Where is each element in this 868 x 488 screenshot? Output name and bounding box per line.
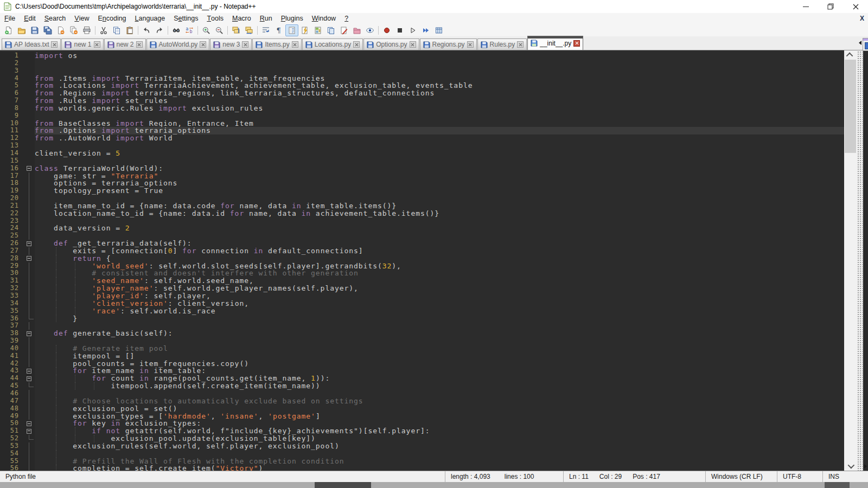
macro-save-button[interactable]	[432, 24, 445, 36]
tab-close-icon[interactable]	[292, 41, 298, 48]
title-bar: C:\Users\Dood\Documents\tmp\Archipelago\…	[0, 0, 868, 13]
new-file-button[interactable]	[2, 24, 15, 36]
paste-button[interactable]	[123, 24, 136, 36]
view-splitter[interactable]	[857, 50, 863, 471]
tab-new-1[interactable]: new 1	[61, 38, 103, 50]
tab-close-icon[interactable]	[410, 41, 416, 48]
code-editor[interactable]: 1import os234from .Items import Terraria…	[0, 50, 844, 471]
menu-edit[interactable]: Edit	[20, 13, 40, 24]
tab-close-icon[interactable]	[573, 40, 580, 47]
vertical-scrollbar[interactable]	[844, 50, 857, 471]
tab-close-icon[interactable]	[51, 41, 58, 48]
indent-guide-line	[75, 300, 75, 307]
menu-language[interactable]: Language	[131, 13, 170, 24]
tab-close-icon[interactable]	[242, 41, 248, 48]
zoom-out-button[interactable]	[213, 24, 226, 36]
redo-button[interactable]	[153, 24, 166, 36]
print-button[interactable]	[80, 24, 93, 36]
macro-play-button[interactable]	[406, 24, 419, 36]
restore-button[interactable]	[818, 0, 843, 13]
open-file-button[interactable]	[15, 24, 28, 36]
fold-collapse-icon[interactable]	[24, 375, 35, 382]
status-lines: lines : 100	[505, 473, 534, 480]
edit-pen-button[interactable]	[337, 24, 350, 36]
fold-collapse-icon[interactable]	[24, 240, 35, 247]
scrollbar-thumb[interactable]	[845, 60, 856, 153]
status-insert-mode[interactable]: INS	[822, 471, 868, 482]
paste-icon	[125, 26, 134, 35]
save-all-button[interactable]	[41, 24, 54, 36]
menu-tools[interactable]: Tools	[202, 13, 228, 24]
document-list-button[interactable]	[324, 24, 337, 36]
close-button[interactable]	[54, 24, 67, 36]
word-wrap-button[interactable]	[259, 24, 272, 36]
tab-new-3[interactable]: new 3	[210, 38, 252, 50]
menu-run[interactable]: Run	[256, 13, 277, 24]
menu-window[interactable]: Window	[308, 13, 340, 24]
tab-close-icon[interactable]	[94, 41, 100, 48]
tab-regions-py[interactable]: Regions.py	[420, 38, 477, 50]
tab-scroll-left-icon[interactable]	[859, 41, 861, 45]
monitoring-button[interactable]	[363, 24, 376, 36]
fold-collapse-icon[interactable]	[24, 367, 35, 375]
tab-new-2[interactable]: new 2	[104, 38, 146, 50]
menu-view[interactable]: View	[70, 13, 93, 24]
tab-rules-py[interactable]: Rules.py	[477, 38, 527, 50]
menu-macro[interactable]: Macro	[228, 13, 256, 24]
tab-close-icon[interactable]	[353, 41, 360, 48]
splitter-arrow-icon[interactable]	[864, 464, 867, 468]
replace-button[interactable]: ab	[183, 24, 196, 36]
indent-guide-button[interactable]	[285, 24, 298, 36]
show-all-characters-button[interactable]: ¶	[272, 24, 285, 36]
fold-collapse-icon[interactable]	[24, 420, 35, 427]
fold-collapse-icon[interactable]	[24, 165, 35, 172]
tab-init-py[interactable]: __init__.py	[527, 36, 583, 50]
close-button[interactable]	[843, 0, 868, 13]
tab-options-py[interactable]: Options.py	[363, 38, 419, 50]
tab-items-py[interactable]: Items.py	[252, 38, 301, 50]
status-encoding[interactable]: UTF-8	[777, 471, 822, 482]
minimize-button[interactable]	[793, 0, 818, 13]
line-number: 36	[0, 315, 24, 323]
cut-button[interactable]	[97, 24, 110, 36]
menu-item[interactable]: ?	[340, 13, 353, 24]
menu-file[interactable]: File	[0, 13, 20, 24]
status-eol-format[interactable]: Windows (CR LF)	[705, 471, 777, 482]
copy-button[interactable]	[110, 24, 123, 36]
tab-locations-py[interactable]: Locations.py	[302, 38, 363, 50]
undo-button[interactable]	[140, 24, 153, 36]
tab-close-icon[interactable]	[467, 41, 474, 48]
save-button[interactable]	[28, 24, 41, 36]
zoom-in-button[interactable]	[200, 24, 213, 36]
fold-margin	[24, 52, 35, 60]
code-text: # Prefill the Wall of Flesh with the com…	[35, 458, 844, 465]
menu-encoding[interactable]: Encoding	[93, 13, 130, 24]
menu-close-document-icon[interactable]: X	[860, 15, 868, 22]
sync-horizontal-button[interactable]	[242, 24, 256, 36]
tab-close-icon[interactable]	[517, 41, 524, 48]
tab-ap-ideas-txt[interactable]: AP Ideas.txt	[2, 38, 61, 50]
macro-stop-button[interactable]	[393, 24, 406, 36]
menu-search[interactable]: Search	[40, 13, 71, 24]
macro-play-multi-button[interactable]	[419, 24, 432, 36]
menu-settings[interactable]: Settings	[169, 13, 202, 24]
scroll-down-icon[interactable]	[844, 461, 857, 471]
macro-record-button[interactable]	[380, 24, 393, 36]
sync-vertical-button[interactable]	[229, 24, 242, 36]
code-text: itempool = []	[35, 352, 844, 360]
fold-collapse-icon[interactable]	[24, 330, 35, 337]
function-list-button[interactable]	[298, 24, 311, 36]
menu-plugins[interactable]: Plugins	[277, 13, 308, 24]
tab-close-icon[interactable]	[200, 41, 206, 48]
status-pos: Pos : 417	[633, 473, 660, 480]
find-button[interactable]	[170, 24, 183, 36]
close-all-button[interactable]	[67, 24, 80, 36]
fold-margin	[24, 390, 35, 397]
folder-as-workspace-button[interactable]	[350, 24, 363, 36]
document-map-button[interactable]	[311, 24, 324, 36]
tab-close-icon[interactable]	[136, 41, 143, 48]
fold-collapse-icon[interactable]	[24, 427, 35, 435]
scroll-up-icon[interactable]	[844, 50, 857, 60]
tab-autoworld-py[interactable]: AutoWorld.py	[146, 38, 210, 50]
fold-collapse-icon[interactable]	[24, 255, 35, 262]
